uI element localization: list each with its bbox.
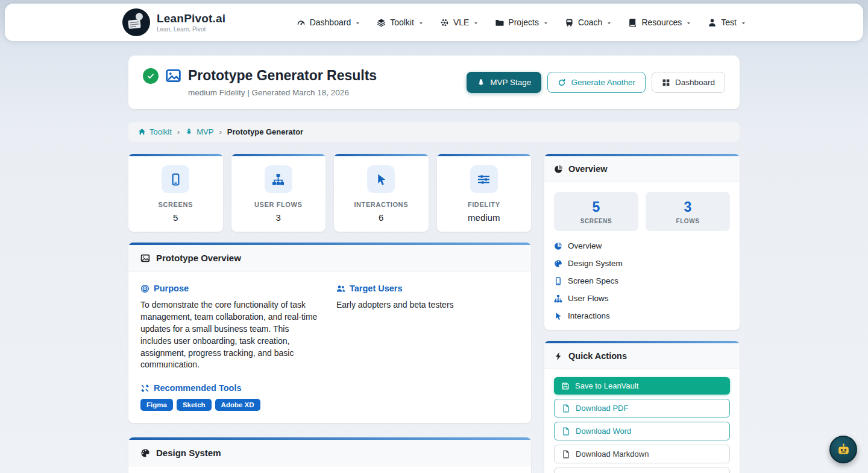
mvp-stage-label: MVP Stage [490,78,531,87]
download-pdf-button[interactable]: Download PDF [554,399,730,417]
tool-badge-sketch: Sketch [177,399,212,411]
left-column: SCREENS 5 USER FLOWS 3 I [128,154,531,473]
tool-badge-figma: Figma [140,399,173,411]
results-subtitle: medium Fidelity | Generated March 18, 20… [188,88,377,97]
chevron-down-icon [355,21,360,26]
overview-card: Overview 5 SCREENS 3 FLOWS [544,154,740,330]
purpose-title: Purpose [154,284,189,293]
sidebar-link-label: User Flows [568,294,609,303]
cursor-icon [554,312,562,320]
main-content: Prototype Generator Results medium Fidel… [128,56,740,473]
target-icon [140,284,149,293]
nav-label-vle: VLE [453,17,469,27]
sidebar-link-user-flows[interactable]: User Flows [554,294,730,303]
bus-icon [565,18,574,27]
chevron-down-icon [473,21,479,26]
target-users-column: Target Users Early adopters and beta tes… [336,284,519,411]
stats-row: SCREENS 5 USER FLOWS 3 I [128,154,531,232]
nav-item-projects[interactable]: Projects [495,17,549,27]
generate-another-label: Generate Another [571,78,635,87]
stat-label: FIDELITY [442,201,527,208]
mini-stat-label: SCREENS [559,218,634,224]
file-word-icon [562,427,570,436]
breadcrumb-current: Prototype Generator [227,127,303,136]
target-users-text: Early adopters and beta testers [336,299,519,311]
sidebar-link-label: Design System [568,259,623,268]
nav-label-dashboard: Dashboard [310,17,351,27]
brand-text: LeanPivot.ai Lean, Learn, Pivot [157,12,225,33]
gears-icon [440,18,449,27]
stat-icon-tile [162,165,189,193]
prototype-overview-card: Prototype Overview Purpose To demonstrat… [128,243,531,423]
folder-icon [495,18,504,27]
success-check-icon [143,68,159,84]
overview-links: Overview Design System Screen Specs [554,241,730,320]
phone-icon [169,173,182,186]
download-markdown-button[interactable]: Download Markdown [554,445,730,463]
nav-label-projects: Projects [508,17,539,27]
breadcrumb-mvp[interactable]: MVP [185,127,213,136]
stat-label: USER FLOWS [236,201,321,208]
results-header-card: Prototype Generator Results medium Fidel… [128,56,740,109]
palette-icon [554,259,562,268]
target-users-heading: Target Users [336,284,519,293]
nav-item-dashboard[interactable]: Dashboard [297,17,361,27]
rocket-icon [185,128,193,136]
quick-actions-title: Quick Actions [568,351,627,361]
mini-stat-screens: 5 SCREENS [554,192,638,231]
save-to-leanvault-button[interactable]: Save to LeanVault [554,377,730,395]
quick-actions-card: Quick Actions Save to LeanVault Download… [544,341,740,473]
speedometer-icon [297,18,306,27]
tools-icon [140,384,149,393]
book-icon [628,18,637,27]
pie-chart-icon [554,242,562,250]
breadcrumb-label: MVP [197,127,213,136]
sidebar-link-screen-specs[interactable]: Screen Specs [554,276,730,285]
design-system-card: Design System Color Palette [128,437,531,473]
stat-card-interactions: INTERACTIONS 6 [334,154,429,232]
quick-actions-list: Save to LeanVault Download PDF Download … [544,369,740,473]
section-title: Design System [156,448,221,458]
mini-stat-flows: 3 FLOWS [646,192,730,231]
robot-icon [835,442,852,458]
nav-label-test: Test [721,17,737,27]
nav-label-toolkit: Toolkit [390,17,414,27]
phone-icon [554,277,562,285]
mini-stat-value: 3 [650,199,725,215]
sidebar-link-interactions[interactable]: Interactions [554,311,730,320]
brand-logo[interactable]: LeanPivot.ai Lean, Learn, Pivot [122,8,225,37]
breadcrumb-separator: › [219,127,221,136]
sidebar-link-design-system[interactable]: Design System [554,259,730,268]
target-users-title: Target Users [350,284,403,293]
sidebar-link-overview[interactable]: Overview [554,241,730,250]
recommended-tools-title: Recommended Tools [154,383,242,393]
chevron-down-icon [686,21,691,26]
export-json-button[interactable]: Export JSON [554,468,730,473]
quick-actions-header: Quick Actions [544,343,740,369]
nav-item-resources[interactable]: Resources [628,17,691,27]
mvp-stage-button[interactable]: MVP Stage [467,72,541,93]
section-title: Prototype Overview [156,253,241,263]
file-markdown-icon [562,450,570,459]
nav-item-vle[interactable]: VLE [440,17,479,27]
sidebar-link-label: Interactions [568,311,610,320]
generate-another-button[interactable]: Generate Another [547,72,646,93]
user-icon [708,18,717,27]
nav-item-toolkit[interactable]: Toolkit [377,17,424,27]
file-pdf-icon [562,404,570,413]
nav-item-coach[interactable]: Coach [565,17,612,27]
prototype-overview-header: Prototype Overview [128,245,531,271]
brand-tagline: Lean, Learn, Pivot [157,26,225,33]
overview-card-header: Overview [544,156,740,182]
download-word-button[interactable]: Download Word [554,422,730,440]
purpose-heading: Purpose [140,284,321,293]
recommended-tools-heading: Recommended Tools [140,383,321,393]
nav-item-test[interactable]: Test [708,17,746,27]
breadcrumb-toolkit[interactable]: Toolkit [138,127,172,136]
chat-assistant-fab[interactable] [829,436,857,463]
sitemap-icon [272,173,285,186]
mini-stat-value: 5 [559,199,634,215]
dashboard-button[interactable]: Dashboard [652,72,725,93]
stat-value: medium [442,212,527,223]
cursor-icon [375,173,388,186]
